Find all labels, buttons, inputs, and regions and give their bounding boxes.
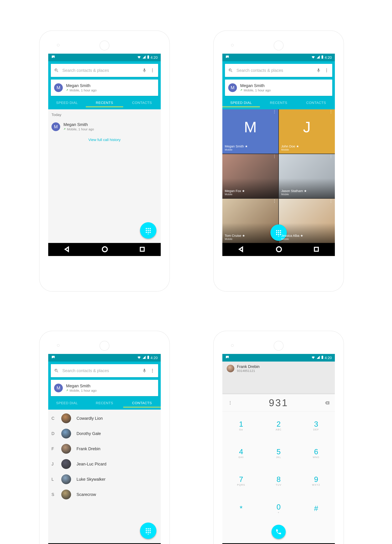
svg-point-9 [146,232,147,233]
screen: 4:20 M Megan Smith Mobile, 1 hour ago [222,54,335,256]
call-button[interactable] [272,525,286,539]
keypad-key-0[interactable]: 0+ [260,495,297,522]
tile-overflow-icon[interactable]: ⋮ [329,155,333,157]
contact-row[interactable]: LLuke Skywalker [48,472,161,487]
tab-speed-dial[interactable]: SPEED DIAL [48,401,86,405]
tab-contacts[interactable]: CONTACTS [123,401,161,405]
contact-row[interactable]: CCowardly Lion [48,411,161,426]
keypad-key-9[interactable]: 9WXYZ [297,467,335,495]
key-letters: MNO [313,456,319,459]
nav-back[interactable] [238,246,244,253]
tab-recents[interactable]: RECENTS [260,101,297,105]
keypad-key-5[interactable]: 5JKL [260,439,297,467]
avatar [61,490,71,499]
tab-speed-dial[interactable]: SPEED DIAL [222,101,260,105]
svg-point-12 [148,234,149,234]
tab-speed-dial[interactable]: SPEED DIAL [48,101,86,105]
phone-recents: 4:20 M Megan Smith Mobile, 1 hour ago [39,30,170,292]
dialpad-fab[interactable] [140,523,156,539]
mic-icon[interactable] [142,368,147,373]
svg-point-20 [280,230,281,231]
tile-type: Mobile [281,193,333,196]
nav-recent[interactable] [139,246,145,253]
recent-call-card[interactable]: M Megan Smith Mobile, 1 hour ago [225,80,332,96]
picture-icon [51,55,55,60]
nav-home[interactable] [276,246,282,253]
keypad-key-8[interactable]: 8TUV [260,467,297,495]
recent-call-card[interactable]: M Megan Smith Mobile, 1 hour ago [51,380,158,396]
section-header: Today [48,109,161,120]
nav-recent[interactable] [313,246,319,253]
contact-row[interactable]: JJean-Luc Picard [48,456,161,472]
speed-dial-tile[interactable]: J⋮John Doe ★Mobile [279,109,335,154]
svg-point-3 [146,228,147,229]
status-time: 4:20 [325,55,332,60]
avatar: M [228,83,237,92]
overflow-icon[interactable] [150,68,155,73]
contact-name: Scarecrow [77,492,96,497]
tab-contacts[interactable]: CONTACTS [123,101,161,105]
tile-overflow-icon[interactable]: ⋮ [329,200,333,202]
tab-recents[interactable]: RECENTS [86,401,123,405]
status-bar: 4:20 [222,54,335,61]
tab-recents[interactable]: RECENTS [86,101,123,105]
recent-item[interactable]: M Megan Smith Mobile, 1 hour ago [48,120,161,133]
avatar [61,429,71,438]
search-bar[interactable] [225,64,332,77]
mic-icon[interactable] [142,68,147,73]
contact-row[interactable]: FFrank Drebin [48,441,161,456]
contact-row[interactable]: DDorothy Gale [48,426,161,441]
search-bar[interactable] [51,64,158,77]
tile-overflow-icon[interactable]: ⋮ [273,200,276,202]
key-number: 8 [277,475,281,484]
index-letter: S [52,492,56,497]
recent-call-card[interactable]: M Megan Smith Mobile, 1 hour ago [51,80,158,96]
key-number: 3 [314,420,318,428]
keypad-key-2[interactable]: 2ABC [260,412,297,439]
overflow-icon[interactable] [324,68,329,73]
battery-icon [147,355,149,360]
dialpad-fab[interactable] [140,222,156,239]
backspace-icon[interactable] [325,401,329,405]
speed-dial-tile[interactable]: ⋮Jason Statham ★Mobile [279,154,335,198]
tile-overflow-icon[interactable]: ⋮ [273,155,276,157]
svg-point-7 [148,230,149,231]
key-letters: JKL [276,456,281,459]
view-full-history-link[interactable]: View full call history [48,133,161,146]
tab-contacts[interactable]: CONTACTS [297,101,335,105]
screen: 4:20 Frank Drebin 9314851121 931 1Gᴏ2ABC… [222,354,335,544]
mic-icon[interactable] [316,68,321,73]
search-bar[interactable] [51,364,158,377]
phone-contacts: 4:20 M Megan Smith Mobile, 1 hour ago [39,331,170,544]
search-input[interactable] [236,68,313,73]
keypad-key-4[interactable]: 4GHI [222,439,260,467]
speed-dial-tile[interactable]: ⋮Tom Cruise ★Mobile [222,199,278,243]
nav-bar [222,543,335,544]
contact-name: Luke Skywalker [77,477,106,482]
contact-name: Jean-Luc Picard [77,462,107,467]
tile-letter: M [244,118,257,136]
overflow-icon[interactable] [150,368,155,373]
speed-dial-tile[interactable]: ⋮Megan Fox ★Mobile [222,154,278,198]
search-input[interactable] [62,68,139,73]
tile-overflow-icon[interactable]: ⋮ [273,111,276,112]
keypad-key-*[interactable]: * [222,495,260,522]
keypad-key-1[interactable]: 1Gᴏ [222,412,260,439]
keypad-key-#[interactable]: # [297,495,335,522]
nav-home[interactable] [101,246,108,253]
search-input[interactable] [62,368,139,373]
overflow-icon[interactable] [228,401,232,405]
suggested-contact[interactable]: Frank Drebin 9314851121 [222,361,335,394]
tile-overflow-icon[interactable]: ⋮ [329,111,333,112]
keypad-key-3[interactable]: 3DEF [297,412,335,439]
svg-point-33 [146,528,147,530]
svg-point-32 [152,372,153,373]
key-number: * [240,504,243,513]
key-letters: WXYZ [312,484,320,486]
speed-dial-tile[interactable]: M⋮Megan Smith ★Mobile [222,109,278,154]
speed-dial-tile[interactable]: ⋮Jessica Alba ★Mobile [279,199,335,243]
keypad-key-6[interactable]: 6MNO [297,439,335,467]
contact-row[interactable]: SScarecrow [48,487,161,502]
nav-back[interactable] [64,246,70,253]
keypad-key-7[interactable]: 7PQRS [222,467,260,495]
